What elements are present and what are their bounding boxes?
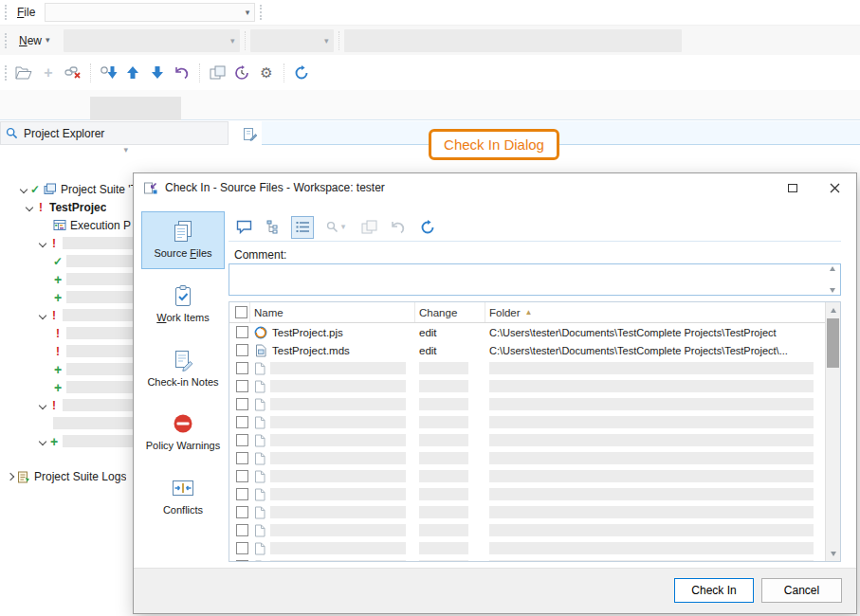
column-header-name[interactable]: Name [250, 302, 415, 322]
column-header-change[interactable]: Change [415, 302, 485, 322]
row-checkbox[interactable] [236, 560, 248, 561]
row-checkbox[interactable] [236, 452, 248, 464]
tab-source-files[interactable]: Source Files [141, 211, 225, 269]
tree-item[interactable]: ! [0, 396, 133, 414]
tree-item-project-suite-logs[interactable]: Project Suite Logs [0, 467, 133, 485]
empty-file-row[interactable] [229, 485, 825, 503]
select-all-checkbox[interactable] [235, 306, 247, 318]
row-checkbox[interactable] [236, 470, 248, 482]
comment-scroll[interactable] [827, 266, 838, 293]
tree-item[interactable]: + [0, 432, 133, 450]
empty-file-row[interactable] [229, 377, 825, 395]
tree-item[interactable]: ! [0, 324, 133, 342]
column-header-folder[interactable]: Folder ▲ [485, 302, 825, 322]
edit-button[interactable] [239, 123, 260, 144]
tab-conflicts[interactable]: Conflicts [141, 468, 225, 526]
scrollbar-thumb[interactable] [827, 318, 839, 368]
empty-file-row[interactable] [229, 503, 825, 521]
tab-work-items[interactable]: Work Items [141, 276, 225, 334]
row-checkbox[interactable] [236, 380, 248, 392]
tree-item[interactable]: + [0, 378, 133, 396]
menu-file[interactable]: File [11, 3, 41, 22]
scroll-down-icon[interactable] [830, 288, 835, 293]
tab-check-in-notes[interactable]: Check-in Notes [141, 340, 225, 398]
scroll-up-icon[interactable] [830, 266, 835, 271]
tree-item[interactable]: ! [0, 234, 133, 252]
project-explorer-header[interactable]: Project Explorer [0, 121, 229, 145]
file-row[interactable]: TestProject.pjs edit C:\Users\tester\Doc… [229, 323, 825, 341]
empty-file-row[interactable] [229, 359, 825, 377]
menu-recent-box[interactable]: ▾ [45, 3, 255, 22]
empty-file-row[interactable] [229, 395, 825, 413]
tree-item-label[interactable]: Project Suite 'Te [61, 183, 133, 196]
file-row[interactable]: TestProject.mds edit C:\Users\tester\Doc… [229, 341, 825, 359]
get-latest-up-icon[interactable] [120, 61, 145, 85]
collapsed-panel-tab[interactable] [90, 97, 181, 120]
tree-item-label[interactable]: TestProjec [49, 201, 106, 214]
empty-file-row[interactable] [229, 449, 825, 467]
new-button[interactable]: New ▾ [11, 31, 58, 50]
tree-item-label[interactable]: Project Suite Logs [34, 470, 126, 483]
cancel-button[interactable]: Cancel [761, 578, 842, 603]
refresh-icon[interactable] [416, 216, 439, 239]
tab-policy-warnings[interactable]: Policy Warnings [141, 404, 225, 462]
row-checkbox[interactable] [236, 506, 248, 518]
empty-file-row[interactable] [229, 539, 825, 557]
row-checkbox[interactable] [236, 362, 248, 374]
tree-item[interactable]: ✓ Project Suite 'Te [0, 180, 133, 198]
empty-file-row[interactable] [229, 413, 825, 431]
expander-down-icon[interactable] [26, 203, 33, 210]
open-folder-icon[interactable] [11, 61, 36, 85]
toolbar-grip[interactable] [5, 65, 7, 81]
undo-checkout-icon[interactable] [170, 61, 194, 85]
row-checkbox[interactable] [236, 488, 248, 500]
tree-item[interactable]: + [0, 270, 133, 288]
close-button[interactable] [814, 173, 856, 202]
expander-down-icon[interactable] [39, 311, 46, 318]
scroll-up-button[interactable] [826, 302, 841, 317]
expander-down-icon[interactable] [39, 437, 46, 444]
toolbar-grip[interactable] [5, 5, 7, 20]
row-checkbox[interactable] [236, 542, 248, 554]
empty-file-row[interactable] [229, 521, 825, 539]
scroll-down-button[interactable] [826, 546, 841, 561]
expander-down-icon[interactable] [39, 401, 46, 408]
comment-input[interactable] [229, 263, 841, 296]
tree-item[interactable]: ! TestProjec [0, 198, 133, 216]
empty-file-row[interactable] [229, 557, 825, 561]
tree-item[interactable] [0, 414, 133, 432]
row-checkbox[interactable] [236, 326, 248, 338]
tree-item-label[interactable]: Execution P [70, 219, 131, 232]
unbind-source-control-icon[interactable] [61, 61, 85, 85]
empty-file-row[interactable] [229, 431, 825, 449]
row-checkbox[interactable] [236, 398, 248, 410]
maximize-button[interactable] [771, 173, 814, 202]
toolbar-grip[interactable] [260, 5, 262, 20]
history-icon[interactable] [229, 61, 254, 85]
row-checkbox[interactable] [236, 434, 248, 446]
expander-right-icon[interactable] [7, 472, 14, 480]
tree-item[interactable]: ! [0, 342, 133, 360]
compare-icon[interactable] [205, 61, 229, 85]
tree-item[interactable]: ! [0, 306, 133, 324]
vertical-scrollbar[interactable] [825, 302, 840, 561]
tree-item[interactable]: + [0, 288, 133, 306]
refresh-icon[interactable] [289, 61, 314, 85]
row-checkbox[interactable] [236, 416, 248, 428]
tree-item[interactable]: + [0, 360, 133, 378]
tree-view-icon[interactable] [262, 216, 284, 239]
get-latest-down-icon[interactable] [145, 61, 170, 85]
tree-item[interactable]: ✓ [0, 252, 133, 270]
expander-down-icon[interactable] [39, 239, 46, 246]
check-in-icon[interactable] [96, 61, 120, 85]
dialog-titlebar[interactable]: Check In - Source Files - Workspace: tes… [134, 173, 856, 202]
row-checkbox[interactable] [236, 524, 248, 536]
expander-down-icon[interactable] [20, 185, 27, 192]
check-in-button[interactable]: Check In [674, 578, 754, 603]
flat-view-icon[interactable] [291, 216, 314, 239]
empty-file-row[interactable] [229, 467, 825, 485]
row-checkbox[interactable] [236, 344, 248, 356]
gear-icon[interactable]: ⚙ [254, 61, 279, 85]
toolbar-grip[interactable] [5, 33, 7, 48]
comment-icon[interactable] [232, 216, 255, 239]
